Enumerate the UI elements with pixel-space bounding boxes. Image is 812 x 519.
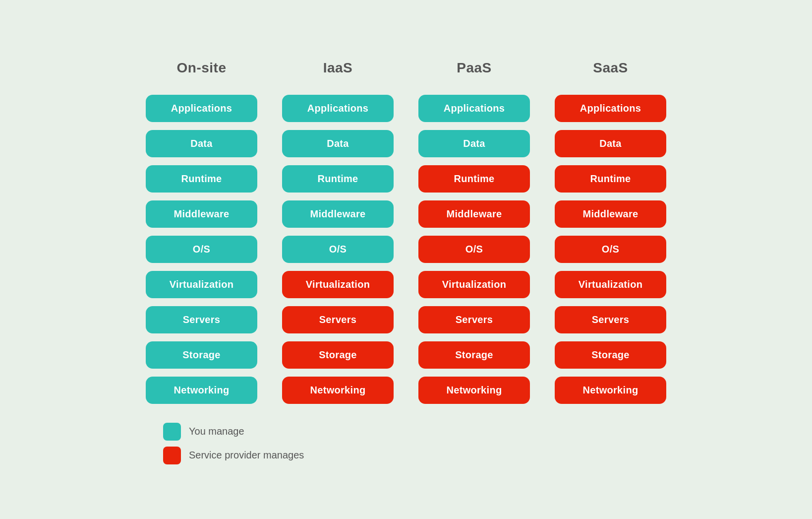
badge-middleware-col1: Middleware [282, 200, 394, 228]
badge-networking-col2: Networking [418, 377, 530, 404]
cell-row4-col0: O/S [133, 232, 270, 267]
badge-data-col0: Data [146, 130, 258, 157]
cell-row8-col0: Networking [133, 373, 270, 408]
col-header-paas: PaaS [406, 55, 542, 91]
badge-runtime-col0: Runtime [146, 165, 258, 193]
cell-row0-col1: Applications [270, 91, 406, 126]
badge-virtualization-col3: Virtualization [555, 271, 667, 298]
cell-row4-col3: O/S [542, 232, 679, 267]
comparison-grid: On-siteIaaSPaaSSaaSApplicationsApplicati… [133, 55, 679, 408]
cell-row6-col1: Servers [270, 302, 406, 337]
badge-virtualization-col0: Virtualization [146, 271, 258, 298]
cell-row1-col2: Data [406, 126, 542, 161]
main-container: On-siteIaaSPaaSSaaSApplicationsApplicati… [133, 55, 679, 464]
cell-row2-col2: Runtime [406, 161, 542, 196]
cell-row6-col0: Servers [133, 302, 270, 337]
cell-row5-col1: Virtualization [270, 267, 406, 302]
cell-row7-col0: Storage [133, 337, 270, 373]
cell-row1-col3: Data [542, 126, 679, 161]
cell-row0-col3: Applications [542, 91, 679, 126]
cell-row6-col3: Servers [542, 302, 679, 337]
cell-row7-col2: Storage [406, 337, 542, 373]
legend-label-red: Service provider manages [189, 450, 304, 461]
badge-networking-col1: Networking [282, 377, 394, 404]
cell-row3-col3: Middleware [542, 196, 679, 232]
badge-data-col2: Data [418, 130, 530, 157]
badge-middleware-col2: Middleware [418, 200, 530, 228]
col-header-on-site: On-site [133, 55, 270, 91]
cell-row1-col1: Data [270, 126, 406, 161]
badge-runtime-col3: Runtime [555, 165, 667, 193]
badge-applications-col2: Applications [418, 95, 530, 122]
badge-servers-col0: Servers [146, 306, 258, 333]
cell-row4-col2: O/S [406, 232, 542, 267]
col-header-iaas: IaaS [270, 55, 406, 91]
badge-storage-col1: Storage [282, 341, 394, 369]
badge-networking-col0: Networking [146, 377, 258, 404]
legend-item-red: Service provider manages [163, 447, 679, 464]
badge-storage-col3: Storage [555, 341, 667, 369]
cell-row2-col3: Runtime [542, 161, 679, 196]
cell-row3-col0: Middleware [133, 196, 270, 232]
badge-data-col1: Data [282, 130, 394, 157]
cell-row7-col1: Storage [270, 337, 406, 373]
legend: You manageService provider manages [163, 423, 679, 464]
badge-storage-col2: Storage [418, 341, 530, 369]
badge-o-s-col3: O/S [555, 236, 667, 263]
badge-applications-col0: Applications [146, 95, 258, 122]
cell-row1-col0: Data [133, 126, 270, 161]
cell-row0-col2: Applications [406, 91, 542, 126]
badge-virtualization-col1: Virtualization [282, 271, 394, 298]
cell-row4-col1: O/S [270, 232, 406, 267]
cell-row6-col2: Servers [406, 302, 542, 337]
badge-data-col3: Data [555, 130, 667, 157]
cell-row8-col1: Networking [270, 373, 406, 408]
badge-runtime-col2: Runtime [418, 165, 530, 193]
legend-label-teal: You manage [189, 426, 244, 437]
cell-row3-col2: Middleware [406, 196, 542, 232]
col-header-saas: SaaS [542, 55, 679, 91]
badge-virtualization-col2: Virtualization [418, 271, 530, 298]
legend-item-teal: You manage [163, 423, 679, 441]
cell-row2-col0: Runtime [133, 161, 270, 196]
badge-servers-col1: Servers [282, 306, 394, 333]
cell-row3-col1: Middleware [270, 196, 406, 232]
badge-applications-col3: Applications [555, 95, 667, 122]
badge-middleware-col3: Middleware [555, 200, 667, 228]
badge-runtime-col1: Runtime [282, 165, 394, 193]
badge-o-s-col2: O/S [418, 236, 530, 263]
cell-row0-col0: Applications [133, 91, 270, 126]
badge-servers-col2: Servers [418, 306, 530, 333]
legend-dot-red [163, 447, 181, 464]
cell-row7-col3: Storage [542, 337, 679, 373]
cell-row2-col1: Runtime [270, 161, 406, 196]
badge-middleware-col0: Middleware [146, 200, 258, 228]
badge-storage-col0: Storage [146, 341, 258, 369]
legend-dot-teal [163, 423, 181, 441]
cell-row5-col2: Virtualization [406, 267, 542, 302]
badge-networking-col3: Networking [555, 377, 667, 404]
cell-row5-col0: Virtualization [133, 267, 270, 302]
badge-o-s-col1: O/S [282, 236, 394, 263]
cell-row8-col2: Networking [406, 373, 542, 408]
cell-row5-col3: Virtualization [542, 267, 679, 302]
badge-servers-col3: Servers [555, 306, 667, 333]
cell-row8-col3: Networking [542, 373, 679, 408]
badge-o-s-col0: O/S [146, 236, 258, 263]
badge-applications-col1: Applications [282, 95, 394, 122]
